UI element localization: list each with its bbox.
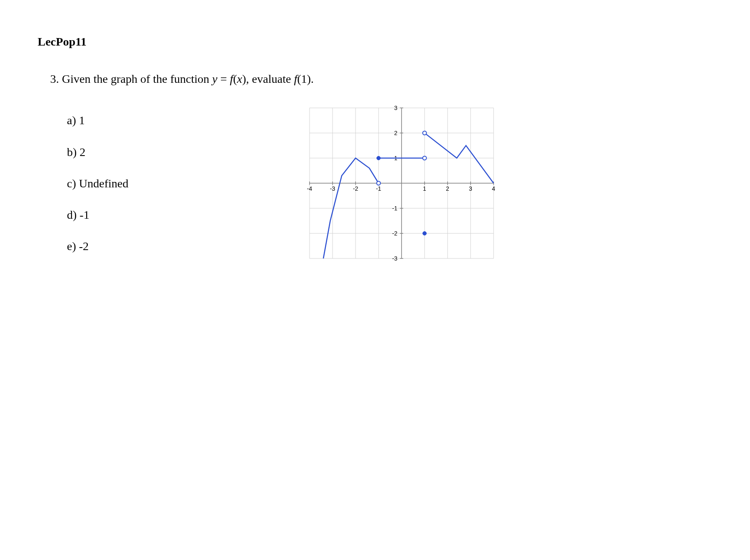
math-paren-r: ) (242, 72, 246, 85)
svg-text:2: 2 (394, 130, 397, 136)
graph: -4-3-2-11234-3-2-1123 (301, 104, 502, 263)
answer-value: 2 (79, 146, 85, 159)
svg-text:-2: -2 (392, 230, 398, 237)
answer-d: d) -1 (67, 207, 197, 223)
answer-list: a) 1 b) 2 c) Undefined d) -1 e) -2 (50, 112, 197, 269)
answer-label: c) (67, 177, 76, 190)
svg-text:-1: -1 (376, 185, 381, 192)
answer-c: c) Undefined (67, 175, 197, 192)
svg-text:-1: -1 (392, 205, 398, 212)
answer-label: b) (67, 146, 77, 159)
page: LecPop11 3. Given the graph of the funct… (25, 33, 725, 269)
svg-text:-2: -2 (353, 185, 358, 192)
question-period: . (311, 72, 314, 85)
answer-label: e) (67, 240, 76, 253)
question-number: 3. (50, 72, 59, 85)
function-graph-svg: -4-3-2-11234-3-2-1123 (301, 104, 502, 263)
svg-point-46 (377, 182, 381, 185)
answer-label: a) (67, 114, 76, 127)
answer-a: a) 1 (67, 112, 197, 128)
svg-point-48 (377, 156, 381, 160)
math-x: x (237, 72, 242, 85)
math-y: y (212, 72, 217, 85)
svg-text:1: 1 (423, 185, 426, 192)
svg-text:-3: -3 (392, 255, 398, 262)
answer-label: d) (67, 208, 77, 221)
answer-value: Undefined (79, 177, 128, 190)
question-text: 3. Given the graph of the function y = f… (50, 71, 725, 87)
eval-paren-r: ) (307, 72, 311, 85)
lecture-title: LecPop11 (38, 33, 725, 50)
content-row: a) 1 b) 2 c) Undefined d) -1 e) -2 -4-3-… (50, 112, 725, 269)
answer-value: 1 (79, 114, 85, 127)
svg-text:2: 2 (446, 185, 449, 192)
svg-point-50 (423, 232, 427, 235)
svg-text:-4: -4 (307, 185, 312, 192)
answer-e: e) -2 (67, 238, 197, 254)
svg-point-49 (423, 156, 427, 160)
answer-value: -1 (79, 208, 89, 221)
answer-value: -2 (79, 240, 89, 253)
question-prefix: Given the graph of the function (62, 72, 212, 85)
svg-point-51 (423, 131, 427, 135)
eval-arg: 1 (301, 72, 307, 85)
svg-text:-3: -3 (330, 185, 335, 192)
eval-paren-l: ( (297, 72, 301, 85)
math-equals: = (218, 72, 230, 85)
svg-text:3: 3 (394, 105, 397, 111)
math-paren-l: ( (233, 72, 237, 85)
svg-text:3: 3 (469, 185, 472, 192)
answer-b: b) 2 (67, 144, 197, 160)
svg-text:4: 4 (492, 185, 495, 192)
question-middle: , evaluate (246, 72, 294, 85)
